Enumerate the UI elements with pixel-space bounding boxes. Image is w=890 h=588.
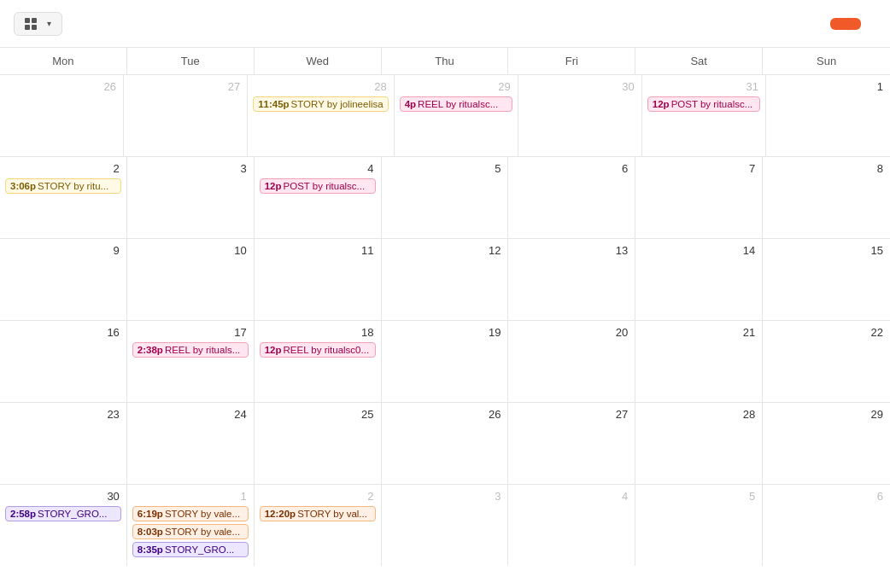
day-cell: 412pPOST by ritualsc... <box>255 157 382 238</box>
day-cell: 12 <box>382 239 509 320</box>
day-number: 22 <box>768 324 885 342</box>
day-number: 7 <box>641 160 757 178</box>
calendar-event[interactable]: 8:35pSTORY_GRO... <box>132 542 249 557</box>
event-label: POST by ritualsc... <box>671 99 753 109</box>
day-cell: 9 <box>0 239 127 320</box>
day-cell: 21 <box>635 321 763 402</box>
calendar-event[interactable]: 2:38pREEL by rituals... <box>132 342 249 358</box>
day-number: 21 <box>641 324 757 342</box>
event-label: STORY by jolineelisa <box>291 99 384 109</box>
day-number: 2 <box>5 160 121 178</box>
day-number: 2 <box>260 488 376 506</box>
event-time: 8:03p <box>138 527 163 537</box>
day-cell: 26 <box>0 75 124 156</box>
day-cell: 5 <box>635 485 763 566</box>
day-cell: 3112pPOST by ritualsc... <box>642 75 766 156</box>
day-number: 29 <box>400 79 512 96</box>
day-cell: 11 <box>255 239 382 320</box>
day-cell: 27 <box>124 75 248 156</box>
day-cell: 10 <box>127 239 255 320</box>
event-time: 12p <box>265 345 282 355</box>
day-cell: 3 <box>127 157 255 238</box>
day-number: 8 <box>768 160 885 178</box>
day-cell: 302:58pSTORY_GRO... <box>0 485 127 566</box>
day-number: 26 <box>5 79 118 96</box>
day-cell: 28 <box>635 403 763 484</box>
day-cell: 294pREEL by ritualsc... <box>395 75 518 156</box>
today-button[interactable] <box>830 18 861 30</box>
calendar-event[interactable]: 8:03pSTORY by vale... <box>132 524 249 539</box>
day-number: 3 <box>387 488 503 506</box>
week-row: 9101112131415 <box>0 239 890 321</box>
week-row: 16172:38pREEL by rituals...1812pREEL by … <box>0 321 890 403</box>
event-label: STORY by val... <box>297 509 367 519</box>
day-number: 5 <box>641 488 757 506</box>
day-number: 9 <box>5 242 121 260</box>
day-number: 18 <box>260 324 376 342</box>
day-number: 29 <box>768 406 885 424</box>
day-number: 3 <box>132 160 249 178</box>
prev-month-button[interactable] <box>419 20 433 27</box>
day-number: 24 <box>132 406 249 424</box>
day-header-fri: Fri <box>508 48 635 74</box>
day-number: 31 <box>647 79 760 96</box>
week-row: 23:06pSTORY by ritu...3412pPOST by ritua… <box>0 157 890 239</box>
day-cell: 24 <box>127 403 255 484</box>
day-cell: 4 <box>508 485 635 566</box>
event-time: 8:35p <box>138 544 163 555</box>
day-number: 28 <box>641 406 757 424</box>
filter-button[interactable] <box>870 20 876 27</box>
week-row: 23242526272829 <box>0 403 890 485</box>
day-cell: 27 <box>508 403 635 484</box>
day-number: 5 <box>387 160 503 178</box>
day-number: 12 <box>387 242 503 260</box>
day-cell: 15 <box>763 239 890 320</box>
event-time: 11:45p <box>258 99 289 109</box>
calendar-event[interactable]: 12pPOST by ritualsc... <box>260 178 376 194</box>
event-time: 12:20p <box>265 509 296 519</box>
day-number: 15 <box>768 242 885 260</box>
event-label: REEL by ritualsc... <box>418 99 498 109</box>
day-cell: 14 <box>635 239 763 320</box>
header-left: ▾ <box>14 12 62 36</box>
day-number: 6 <box>768 488 885 506</box>
day-number: 30 <box>5 488 121 506</box>
event-label: STORY by vale... <box>165 509 240 519</box>
event-time: 4p <box>405 99 416 109</box>
calendar-event[interactable]: 4pREEL by ritualsc... <box>400 96 512 112</box>
calendar-event[interactable]: 12pREEL by ritualsc0... <box>260 342 376 358</box>
day-cell: 3 <box>382 485 509 566</box>
day-number: 16 <box>5 324 121 342</box>
day-header-sun: Sun <box>763 48 890 74</box>
day-number: 14 <box>641 242 757 260</box>
day-number: 13 <box>513 242 629 260</box>
event-time: 2:58p <box>10 509 36 519</box>
month-view-button[interactable]: ▾ <box>14 12 62 36</box>
day-header-tue: Tue <box>127 48 255 74</box>
event-label: STORY_GRO... <box>165 544 234 555</box>
week-row: 302:58pSTORY_GRO...16:19pSTORY by vale..… <box>0 485 890 566</box>
day-cell: 23 <box>0 403 127 484</box>
day-number: 4 <box>260 160 376 178</box>
day-cell: 16:19pSTORY by vale...8:03pSTORY by vale… <box>127 485 255 566</box>
calendar-event[interactable]: 2:58pSTORY_GRO... <box>5 506 121 521</box>
calendar-event[interactable]: 6:19pSTORY by vale... <box>132 506 249 521</box>
calendar-event[interactable]: 3:06pSTORY by ritu... <box>5 178 121 194</box>
day-cell: 7 <box>635 157 763 238</box>
day-number: 6 <box>513 160 629 178</box>
day-header-wed: Wed <box>255 48 382 74</box>
day-cell: 212:20pSTORY by val... <box>255 485 382 566</box>
calendar-event[interactable]: 12:20pSTORY by val... <box>260 506 376 521</box>
day-number: 1 <box>132 488 249 506</box>
day-cell: 6 <box>508 157 635 238</box>
calendar-event[interactable]: 11:45pSTORY by jolineelisa <box>253 96 388 112</box>
day-number: 11 <box>260 242 376 260</box>
day-header-sat: Sat <box>635 48 763 74</box>
calendar-event[interactable]: 12pPOST by ritualsc... <box>647 96 760 112</box>
day-number: 23 <box>5 406 121 424</box>
day-cell: 13 <box>508 239 635 320</box>
day-headers: MonTueWedThuFriSatSun <box>0 48 890 75</box>
day-cell: 1812pREEL by ritualsc0... <box>255 321 382 402</box>
day-number: 10 <box>132 242 249 260</box>
next-month-button[interactable] <box>460 20 474 27</box>
